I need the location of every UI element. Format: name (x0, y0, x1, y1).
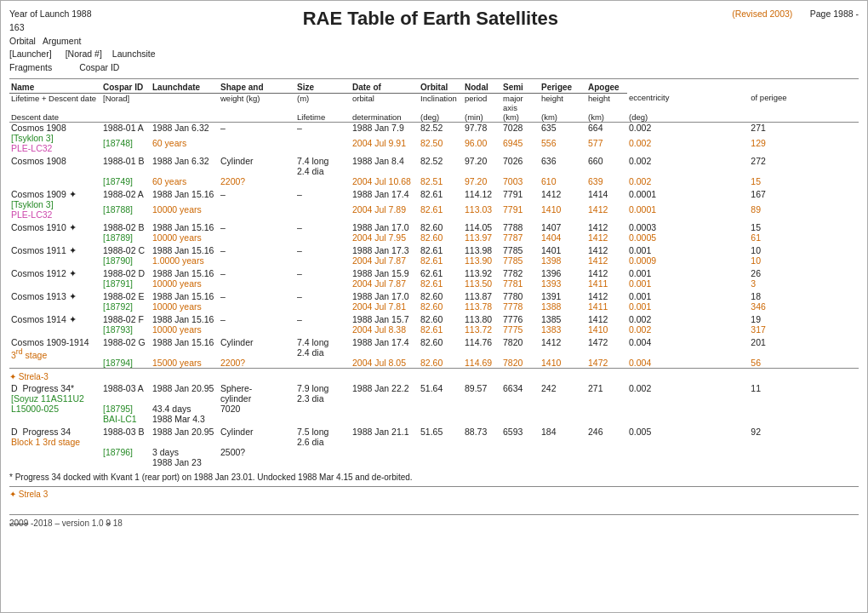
th-launchdate: Launchdate (151, 82, 219, 94)
entry-name-1908b: Cosmos 1908 (9, 156, 101, 186)
det2-ecc-1908a: 0.002 (627, 138, 749, 153)
table-row-orange: [18791] 10000 years 2004 Jul 7.87 82.61 … (9, 278, 859, 289)
th-nodal: Nodal (463, 82, 501, 94)
footnote: * Progress 34 docked with Kvant 1 (rear … (9, 473, 859, 482)
subh2-km3: (km) (586, 112, 627, 123)
table-row: Cosmos 1911 ✦ 1988-02 C 1988 Jan 15.16 –… (9, 245, 859, 255)
table-row: Cosmos 1909-1914 3rd stage 1988-02 G 198… (9, 337, 859, 358)
table-row-sub: [18795]BAI-LC1 43.4 days1988 Mar 4.3 702… (9, 404, 859, 424)
subh2-lifetime: Lifetime (295, 112, 351, 123)
subh2-descent: Descent date (9, 112, 101, 123)
version-old2: 9 (106, 518, 111, 528)
lifetime-1908a: 60 years (151, 138, 219, 153)
table-row-orange: [18790] 1.0000 years 2004 Jul 7.87 82.61… (9, 255, 859, 266)
table-row: D Progress 34* [Soyuz 11AS11U2 L15000-02… (9, 383, 859, 404)
year-label: Year of Launch 1988 (9, 8, 156, 21)
orbital-label: Orbital (9, 35, 36, 49)
col-header-row-1: Name Cospar ID Launchdate Shape and Size… (9, 82, 859, 94)
table-row-orange: [18794] 15000 years 2200? 2004 Jul 8.05 … (9, 358, 859, 369)
page: Year of Launch 1988 163 Orbital Argument… (0, 0, 868, 613)
subh-height1: height (540, 93, 586, 112)
table-row-orange: [18789] 10000 years 2004 Jul 7.95 82.60 … (9, 232, 859, 243)
subh-empty (151, 93, 219, 112)
det1-inc-1908a: 82.52 (419, 122, 463, 138)
th-semi: Semi (501, 82, 540, 94)
strela-label: ✦ Strela-3 (9, 372, 49, 381)
subh2-deg: (deg) (419, 112, 463, 123)
fragments-label: Fragments (9, 61, 52, 75)
weight-1908a: – (295, 122, 351, 138)
table-row-sub: [18796] 3 days1988 Jan 23 2500? (9, 447, 859, 467)
subh2-km2: (km) (540, 112, 586, 123)
table-row-orange: [18748] 60 years 2004 Jul 9.91 82.50 96.… (9, 138, 859, 153)
version-text: – version 1.0 (54, 518, 103, 528)
page-label: Page 1988 - (810, 9, 859, 19)
det2-perigee-1908a: 129 (749, 138, 859, 153)
norad-1908a: [18748] (101, 138, 151, 153)
det1-perigee-1908a: 271 (749, 122, 859, 138)
table-row: D Progress 34 Block 1 3rd stage 1988-03 … (9, 427, 859, 447)
launchsite-label: Launchsite (112, 48, 156, 61)
strela-divider: ✦ Strela-3 (9, 368, 859, 383)
th-cospar: Cospar ID (101, 82, 151, 94)
th-orbital: Orbital (419, 82, 463, 94)
header-right: (Revised 2003) Page 1988 - (705, 8, 859, 21)
launch-1908a: 1988 Jan 6.32 (151, 122, 219, 138)
det2-period-1908a: 96.00 (463, 138, 501, 153)
subh-height2: height (586, 93, 627, 112)
strela-bottom-divider: ✦ Strela 3 (9, 486, 859, 499)
table-row-orange: [18793] 10000 years 2004 Jul 8.38 82.61 … (9, 324, 859, 335)
table-row-orange: [18788] 10000 years 2004 Jul 7.89 82.61 … (9, 204, 859, 220)
weight2-1908a (295, 138, 351, 153)
det2-date-1908a: 2004 Jul 9.91 (351, 138, 419, 153)
table-row: Cosmos 1909 ✦ [Tsyklon 3] PLE-LC32 1988-… (9, 189, 859, 204)
subh-inc: Inclination (419, 93, 463, 112)
subh2-empty (151, 112, 219, 123)
page-title: RAE Table of Earth Satellites (156, 8, 705, 30)
det1-date-1908a: 1988 Jan 7.9 (351, 122, 419, 138)
th-perigee: Perigee (540, 82, 586, 94)
table-row: Cosmos 1914 ✦ 1988-02 F 1988 Jan 15.16 –… (9, 314, 859, 324)
det2-inc-1908a: 82.50 (419, 138, 463, 153)
number-label: 163 (9, 21, 156, 35)
version-old: 2009 (9, 518, 28, 528)
table-row: Cosmos 1910 ✦ 1988-02 B 1988 Jan 15.16 –… (9, 222, 859, 232)
version-current: -2018 (31, 518, 53, 528)
table-row: Cosmos 1908 1988-01 B 1988 Jan 6.32 Cyli… (9, 156, 859, 176)
subh-m: (m) (295, 93, 351, 112)
subh-majoraxis: major axis (501, 93, 540, 112)
table-row-orange: [18749] 60 years 2200? 2004 Jul 10.68 82… (9, 176, 859, 186)
det2-axis-1908a: 6945 (501, 138, 540, 153)
subh-period: period (463, 93, 501, 112)
shape2-1908a (219, 138, 295, 153)
version-new: 18 (113, 518, 123, 528)
det2-nodal-1908a: 556 (540, 138, 586, 153)
det1-axis-1908a: 7028 (501, 122, 540, 138)
det1-semi-1908a: 664 (586, 122, 627, 138)
subh-ofperigee: of perigee (749, 93, 859, 112)
subh2-deg2: (deg) (627, 112, 749, 123)
th-apogee: Apogee (586, 82, 627, 94)
footer: 2009 -2018 – version 1.0 9 18 (9, 514, 859, 528)
main-table: Name Cospar ID Launchdate Shape and Size… (9, 82, 859, 467)
subh-lifetime: Lifetime + Descent date (9, 93, 101, 112)
det1-period-1908a: 97.78 (463, 122, 501, 138)
subh-ecc: eccentricity (627, 93, 749, 112)
revised-label: (Revised 2003) (732, 9, 792, 19)
entry-name: Cosmos 1908 [Tsyklon 3] PLE-LC32 (9, 122, 101, 153)
cosmos-1908a-sub: [Tsyklon 3] (11, 133, 100, 143)
header-left: Year of Launch 1988 163 Orbital Argument… (9, 8, 156, 75)
norad-1908b: [18749] (101, 176, 151, 186)
cosmos-1908a-sub2: PLE-LC32 (11, 143, 100, 153)
col-header-row-3: Descent date Lifetime determination (deg… (9, 112, 859, 123)
cospar-1908a: 1988-01 A (101, 122, 151, 138)
table-row: Cosmos 1913 ✦ 1988-02 E 1988 Jan 15.16 –… (9, 291, 859, 301)
det2-semi-1908a: 577 (586, 138, 627, 153)
det1-nodal-1908a: 635 (540, 122, 586, 138)
header-center: RAE Table of Earth Satellites (156, 8, 705, 30)
subh2-determination: determination (351, 112, 419, 123)
subh2-empty2 (219, 112, 295, 123)
cospar-header-label: Cospar ID (79, 61, 119, 75)
th-size: Size (295, 82, 351, 94)
subh2-norad2 (101, 112, 151, 123)
